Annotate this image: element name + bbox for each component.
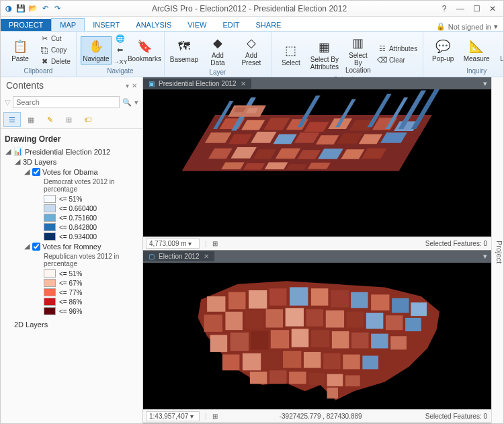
view-menu-icon[interactable]: ▾ bbox=[479, 79, 491, 88]
save-icon[interactable]: 💾 bbox=[15, 3, 26, 14]
group-3d[interactable]: ◢3D Layers bbox=[14, 157, 138, 167]
group-2d[interactable]: 2D Layers bbox=[14, 320, 138, 329]
minimize-icon[interactable]: — bbox=[455, 3, 466, 14]
select-by-loc-button[interactable]: ▥Select By Location bbox=[343, 33, 374, 76]
tab-insert[interactable]: INSERT bbox=[85, 19, 128, 31]
app-icon[interactable]: ◑ bbox=[3, 3, 14, 14]
prev-extent-button[interactable]: ⬅ bbox=[114, 45, 126, 56]
quick-access-toolbar: ◑ 💾 📂 ↶ ↷ bbox=[1, 3, 65, 14]
class-row[interactable]: <= 0.934000 bbox=[44, 232, 138, 241]
add-data-button[interactable]: ◆Add Data bbox=[202, 33, 233, 69]
delete-button[interactable]: ✖Delete bbox=[38, 56, 72, 67]
layer-obama[interactable]: ◢Votes for Obama bbox=[24, 167, 138, 177]
redo-icon[interactable]: ↷ bbox=[52, 3, 62, 14]
class-row[interactable]: <= 67% bbox=[44, 278, 138, 288]
constraint-icon[interactable]: ⊞ bbox=[210, 240, 220, 247]
tab-view[interactable]: VIEW bbox=[179, 19, 214, 31]
attributes-button[interactable]: ☷Attributes bbox=[376, 44, 419, 54]
expand-icon[interactable]: ◢ bbox=[5, 147, 11, 156]
view-tab-2d[interactable]: ▢ Election 2012 ✕ bbox=[143, 251, 214, 261]
popup-button[interactable]: 💬Pop-up bbox=[427, 36, 458, 65]
view-tab-3d[interactable]: ▣ Presidential Election 2012 ✕ bbox=[143, 79, 251, 89]
svg-rect-83 bbox=[250, 372, 267, 384]
search-icon[interactable]: 🔍 bbox=[122, 98, 132, 107]
signin-status[interactable]: 🔒 Not signed in ▾ bbox=[431, 22, 503, 31]
select-by-attr-button[interactable]: ▦Select By Attributes bbox=[309, 37, 340, 73]
paste-button[interactable]: 📋 Paste bbox=[5, 36, 36, 65]
scale-3d[interactable]: 4,773,009 m ▾ bbox=[146, 239, 200, 249]
add-preset-button[interactable]: ◇Add Preset bbox=[236, 33, 267, 69]
layer-romney-checkbox[interactable] bbox=[32, 243, 40, 251]
layer-romney[interactable]: ◢Votes for Romney bbox=[24, 241, 138, 251]
class-row[interactable]: <= 51% bbox=[44, 194, 138, 204]
statusbar-3d: 4,773,009 m ▾ | ⊞ Selected Features: 0 bbox=[143, 237, 491, 250]
svg-rect-75 bbox=[222, 354, 239, 370]
help-icon[interactable]: ? bbox=[439, 3, 450, 14]
pane-close-icon[interactable]: ✕ bbox=[132, 82, 137, 89]
arrow-left-icon: ⬅ bbox=[116, 46, 125, 55]
tab-map[interactable]: MAP bbox=[51, 18, 85, 31]
class-row[interactable]: <= 77% bbox=[44, 288, 138, 297]
toc-tab-labeling[interactable]: 🏷 bbox=[79, 112, 96, 127]
constraint-icon[interactable]: ⊞ bbox=[210, 413, 220, 420]
class-row[interactable]: <= 0.751600 bbox=[44, 213, 138, 222]
clear-button[interactable]: ⌫Clear bbox=[376, 55, 419, 66]
swatch bbox=[44, 204, 56, 212]
svg-rect-63 bbox=[386, 315, 403, 330]
maximize-icon[interactable]: ☐ bbox=[471, 3, 482, 14]
toc-tab-selection[interactable]: ✎ bbox=[41, 112, 58, 127]
map-node[interactable]: ◢ 📊 Presidential Election 2012 bbox=[5, 146, 138, 157]
measure-button[interactable]: 📐Measure bbox=[461, 36, 492, 65]
canvas-3d[interactable] bbox=[143, 89, 491, 237]
class-label: <= 51% bbox=[59, 196, 82, 203]
close-icon[interactable]: ✕ bbox=[487, 3, 498, 14]
view-menu-icon[interactable]: ▾ bbox=[479, 252, 491, 261]
tab-project[interactable]: PROJECT bbox=[1, 19, 51, 31]
tab-analysis[interactable]: ANALYSIS bbox=[128, 19, 179, 31]
project-pane-tab[interactable]: Project bbox=[491, 77, 503, 423]
copy-button[interactable]: ⿻Copy bbox=[38, 45, 72, 56]
layer-obama-checkbox[interactable] bbox=[32, 168, 40, 176]
search-input[interactable] bbox=[13, 96, 120, 108]
svg-rect-77 bbox=[263, 351, 280, 368]
open-icon[interactable]: 📂 bbox=[28, 3, 38, 14]
undo-icon[interactable]: ↶ bbox=[40, 3, 50, 14]
tab-share[interactable]: SHARE bbox=[248, 19, 290, 31]
contents-header: Contents ▾✕ bbox=[1, 77, 142, 93]
class-label: <= 0.934000 bbox=[59, 233, 97, 241]
map-icon: ▢ bbox=[149, 253, 155, 260]
svg-rect-87 bbox=[327, 374, 343, 386]
search-menu-icon[interactable]: ▾ bbox=[134, 98, 138, 107]
svg-rect-82 bbox=[362, 355, 378, 369]
class-row[interactable]: <= 96% bbox=[44, 306, 138, 316]
svg-rect-89 bbox=[327, 387, 338, 398]
class-label: <= 0.842800 bbox=[59, 224, 97, 231]
svg-rect-72 bbox=[351, 332, 368, 348]
popup-icon: 💬 bbox=[435, 38, 451, 54]
class-row[interactable]: <= 51% bbox=[44, 269, 138, 278]
navigate-button[interactable]: ✋ Navigate bbox=[81, 36, 112, 65]
locate-button[interactable]: 🔭Locate bbox=[495, 36, 504, 65]
svg-rect-74 bbox=[390, 336, 407, 349]
close-view-icon[interactable]: ✕ bbox=[241, 80, 246, 87]
basemap-button[interactable]: 🗺Basemap bbox=[169, 37, 200, 65]
select-button[interactable]: ⬚Select bbox=[276, 40, 306, 69]
class-row[interactable]: <= 0.660400 bbox=[44, 204, 138, 213]
svg-rect-62 bbox=[366, 312, 383, 329]
filter-icon[interactable]: ▽ bbox=[5, 98, 10, 107]
group-clipboard: 📋 Paste ✂Cut ⿻Copy ✖Delete Clipboard bbox=[1, 32, 77, 77]
bookmarks-button[interactable]: 🔖 Bookmarks bbox=[129, 36, 160, 65]
class-row[interactable]: <= 0.842800 bbox=[44, 222, 138, 232]
tab-edit[interactable]: EDIT bbox=[214, 19, 247, 31]
scale-2d[interactable]: 1:43,957,407 ▾ bbox=[146, 411, 200, 421]
close-view-icon[interactable]: ✕ bbox=[204, 253, 209, 260]
class-row[interactable]: <= 86% bbox=[44, 297, 138, 306]
cut-button[interactable]: ✂Cut bbox=[38, 34, 72, 44]
toc-tab-snapping[interactable]: ⊞ bbox=[60, 112, 77, 127]
toc-tab-source[interactable]: ▦ bbox=[22, 112, 40, 127]
toc-tab-draworder[interactable]: ☰ bbox=[3, 112, 21, 127]
full-extent-button[interactable]: 🌐 bbox=[114, 34, 126, 44]
go-xy-button[interactable]: →XY bbox=[114, 56, 126, 67]
canvas-2d[interactable] bbox=[143, 263, 491, 410]
pane-menu-icon[interactable]: ▾ bbox=[126, 82, 129, 89]
